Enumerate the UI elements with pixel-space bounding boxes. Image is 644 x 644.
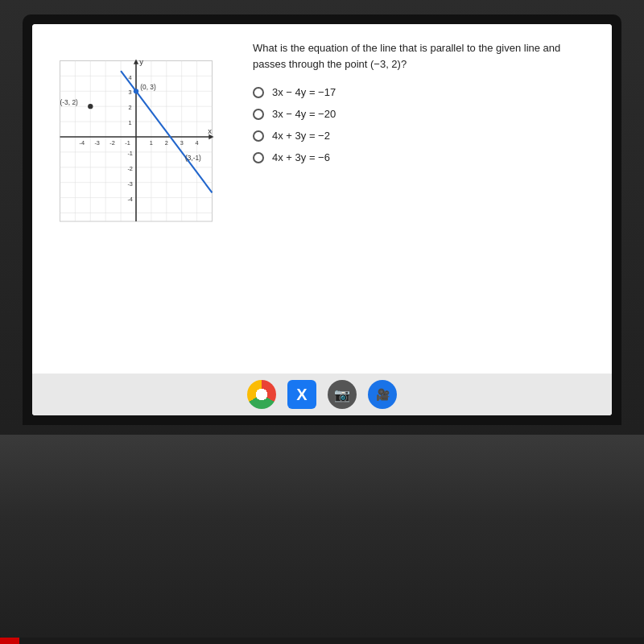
svg-text:3: 3	[180, 140, 184, 147]
option-3-label: 4x + 3y = −2	[272, 130, 330, 142]
svg-text:(-3, 2): (-3, 2)	[60, 98, 79, 106]
radio-1[interactable]	[253, 87, 264, 98]
svg-text:-1: -1	[125, 140, 130, 147]
svg-text:1: 1	[150, 140, 153, 147]
taskbar: X 📷 🎥	[32, 374, 612, 415]
option-4-label: 4x + 3y = −6	[272, 151, 330, 163]
svg-text:(0, 3): (0, 3)	[140, 83, 156, 91]
x-icon[interactable]: X	[287, 380, 316, 409]
svg-point-45	[88, 104, 93, 109]
option-3[interactable]: 4x + 3y = −2	[253, 130, 592, 142]
svg-text:-3: -3	[94, 140, 100, 147]
option-2[interactable]: 3x − 4y = −20	[253, 108, 592, 120]
svg-text:-2: -2	[109, 140, 115, 147]
svg-text:4: 4	[196, 140, 199, 147]
option-4[interactable]: 4x + 3y = −6	[253, 151, 592, 163]
screen-content: y x -4 -3 -2 -1 1 2 3 4 4 3	[32, 24, 612, 415]
radio-4[interactable]	[253, 152, 264, 163]
laptop-body: hp C □ ⚙ ☀ ↗ q w e r t y u i o p	[0, 435, 644, 644]
power-strip	[0, 638, 644, 644]
question-text: What is the equation of the line that is…	[253, 40, 592, 72]
radio-3[interactable]	[253, 130, 264, 142]
svg-text:-1: -1	[127, 150, 133, 157]
option-2-label: 3x − 4y = −20	[272, 108, 336, 120]
svg-text:-4: -4	[127, 196, 133, 203]
option-1-label: 3x − 4y = −17	[272, 86, 336, 98]
quiz-area: y x -4 -3 -2 -1 1 2 3 4 4 3	[32, 24, 612, 374]
svg-text:2: 2	[129, 104, 132, 111]
screen-bezel: y x -4 -3 -2 -1 1 2 3 4 4 3	[23, 14, 621, 425]
svg-text:4: 4	[129, 74, 132, 81]
svg-text:-3: -3	[127, 180, 133, 188]
radio-2[interactable]	[253, 109, 264, 120]
graph-section: y x -4 -3 -2 -1 1 2 3 4 4 3	[52, 40, 237, 237]
svg-text:2: 2	[165, 140, 168, 147]
option-1[interactable]: 3x − 4y = −17	[253, 86, 592, 98]
svg-text:-2: -2	[127, 165, 133, 172]
question-section: What is the equation of the line that is…	[237, 40, 592, 173]
laptop-outer: y x -4 -3 -2 -1 1 2 3 4 4 3	[0, 0, 644, 644]
svg-text:1: 1	[129, 119, 132, 126]
coordinate-graph: y x -4 -3 -2 -1 1 2 3 4 4 3	[52, 40, 221, 233]
svg-text:(3,-1): (3,-1)	[185, 154, 201, 162]
svg-text:y: y	[139, 57, 143, 66]
svg-text:x: x	[208, 126, 212, 135]
video-icon[interactable]: 🎥	[368, 380, 397, 409]
svg-text:3: 3	[129, 89, 132, 97]
svg-text:-4: -4	[80, 140, 85, 147]
svg-point-43	[134, 89, 138, 93]
camera-icon[interactable]: 📷	[328, 380, 357, 409]
chrome-icon[interactable]	[247, 380, 276, 409]
